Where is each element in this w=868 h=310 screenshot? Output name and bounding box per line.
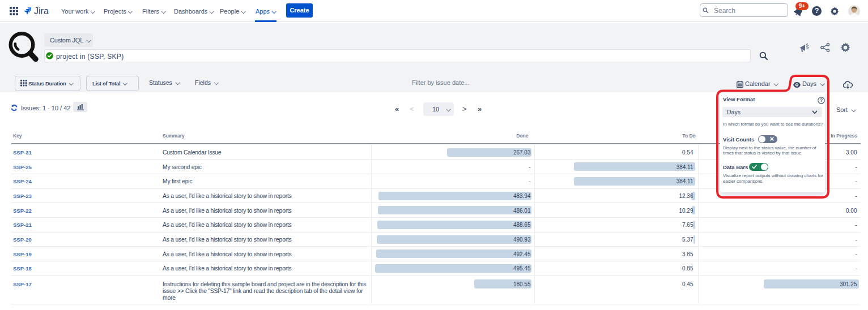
- svg-text:?: ?: [820, 97, 823, 103]
